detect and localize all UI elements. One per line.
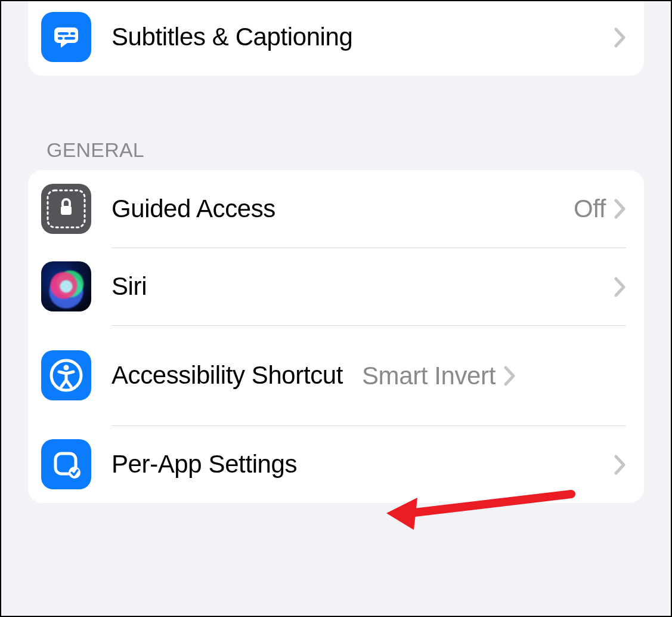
siri-icon [41,261,91,311]
svg-rect-3 [70,32,75,35]
per-app-settings-icon [41,439,91,489]
row-label: Subtitles & Captioning [112,23,614,51]
subtitles-icon [41,12,91,62]
row-value: Off [574,195,606,223]
row-value: Smart Invert [362,362,496,390]
row-label: Per-App Settings [112,450,614,479]
hearing-group: Audio Descriptions Subtitles & Captionin… [28,0,644,76]
svg-rect-7 [61,206,72,215]
section-header-general: General [47,138,671,162]
row-subtitles-captioning[interactable]: Subtitles & Captioning [28,0,644,76]
chevron-right-icon [504,366,516,386]
chevron-right-icon [614,27,626,48]
row-label: Accessibility Shortcut [112,361,362,390]
svg-point-9 [64,365,69,371]
guided-access-icon [41,184,91,234]
general-group: Guided Access Off Siri [28,170,644,503]
svg-rect-1 [54,27,78,43]
row-label: Guided Access [112,195,574,223]
row-accessibility-shortcut[interactable]: Accessibility Shortcut Smart Invert [28,325,644,425]
row-label: Siri [112,272,614,301]
accessibility-shortcut-icon [41,350,91,400]
row-siri[interactable]: Siri [28,248,644,325]
settings-scroll[interactable]: Audio Descriptions Subtitles & Captionin… [1,0,671,535]
row-per-app-settings[interactable]: Per-App Settings [28,425,644,503]
svg-rect-5 [64,37,75,40]
svg-rect-4 [58,37,63,40]
chevron-right-icon [614,277,626,297]
chevron-right-icon [614,199,626,219]
svg-rect-2 [58,32,69,35]
row-guided-access[interactable]: Guided Access Off [28,170,644,248]
chevron-right-icon [614,455,626,475]
